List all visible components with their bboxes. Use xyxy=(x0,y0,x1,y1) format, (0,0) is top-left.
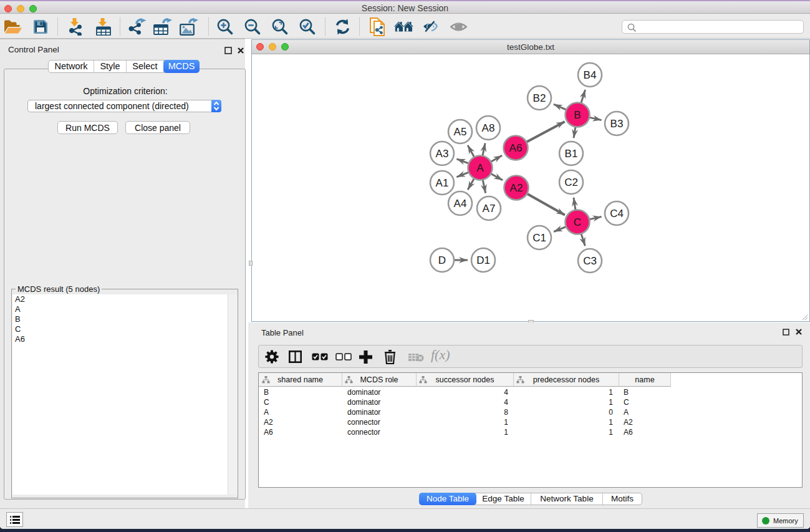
svg-text:C4: C4 xyxy=(610,208,624,220)
svg-text:A4: A4 xyxy=(454,198,467,210)
svg-text:D1: D1 xyxy=(476,254,490,266)
svg-text:C3: C3 xyxy=(583,255,597,267)
svg-text:C2: C2 xyxy=(564,177,578,188)
svg-text:A5: A5 xyxy=(454,126,467,138)
svg-text:A6: A6 xyxy=(509,142,523,154)
svg-text:A3: A3 xyxy=(436,148,449,160)
svg-text:B: B xyxy=(574,109,581,121)
svg-text:B3: B3 xyxy=(610,118,624,130)
svg-text:D: D xyxy=(438,254,446,266)
svg-text:A1: A1 xyxy=(436,177,449,189)
svg-text:B2: B2 xyxy=(533,92,546,104)
svg-text:C1: C1 xyxy=(533,232,546,244)
svg-text:A7: A7 xyxy=(483,203,496,215)
svg-text:B4: B4 xyxy=(584,69,597,81)
svg-text:A8: A8 xyxy=(482,122,495,134)
svg-text:B1: B1 xyxy=(565,148,578,160)
svg-text:A: A xyxy=(476,162,484,174)
svg-text:A2: A2 xyxy=(510,182,523,194)
svg-text:C: C xyxy=(574,216,581,228)
